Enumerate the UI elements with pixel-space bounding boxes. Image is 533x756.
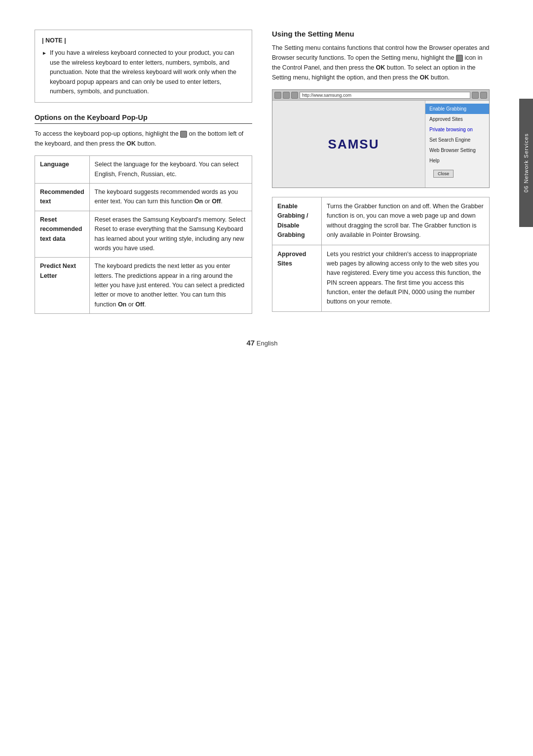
row-description: The keyboard predicts the next letter as… [89,258,252,314]
menu-item-web-browser-setting[interactable]: Web Browser Setting [425,145,489,155]
browser-action-btn [472,92,479,99]
browser-nav-btn [291,92,298,99]
two-col-layout: | NOTE | ► If you have a wireless keyboa… [35,30,490,314]
page-language-text: English [257,340,278,347]
row-description: Lets you restrict your children's access… [322,245,490,311]
row-description: The keyboard suggests recommended words … [89,184,252,211]
left-column: | NOTE | ► If you have a wireless keyboa… [35,30,252,314]
table-row: EnableGrabbing /DisableGrabbing Turns th… [272,197,490,245]
bullet-arrow: ► [42,49,47,96]
page-container: 06 Network Services | NOTE | ► If you ha… [0,0,533,756]
table-row: Recommendedtext The keyboard suggests re… [35,184,252,211]
side-tab-text: 06 Network Services [523,133,529,192]
keyboard-section-heading: Options on the Keyboard Pop-Up [35,113,252,124]
row-label: Resetrecommendedtext data [35,211,90,258]
row-description: Select the language for the keyboard. Yo… [89,156,252,184]
setting-options-table: EnableGrabbing /DisableGrabbing Turns th… [272,197,490,312]
table-row: ApprovedSites Lets you restrict your chi… [272,245,490,311]
note-text: If you have a wireless keyboard connecte… [50,48,245,96]
row-label: Predict NextLetter [35,258,90,314]
menu-item-approved-sites[interactable]: Approved Sites [425,114,489,124]
table-row: Predict NextLetter The keyboard predicts… [35,258,252,314]
browser-toolbar: http://www.samsung.com [272,90,489,101]
browser-nav-btn [283,92,290,99]
page-number: 47 [247,339,255,347]
row-description: Reset erases the Samsung Keyboard's memo… [89,211,252,258]
main-content: | NOTE | ► If you have a wireless keyboa… [0,0,519,756]
setting-menu-heading: Using the Setting Menu [272,30,490,38]
note-box: | NOTE | ► If you have a wireless keyboa… [35,30,252,103]
browser-body: SAMSU Enable Grabbing Approved Sites Pri… [272,101,489,188]
note-title: | NOTE | [42,36,245,45]
row-label: EnableGrabbing /DisableGrabbing [272,197,322,245]
side-tab: 06 Network Services [519,99,533,227]
table-row: Language Select the language for the key… [35,156,252,184]
right-column: Using the Setting Menu The Setting menu … [272,30,490,314]
setting-intro-text: The Setting menu contains functions that… [272,43,490,82]
note-bullet: ► If you have a wireless keyboard connec… [42,48,245,96]
row-label: ApprovedSites [272,245,322,311]
menu-item-enable-grabbing[interactable]: Enable Grabbing [425,104,489,114]
keyboard-icon [180,131,187,138]
row-description: Turns the Grabber function on and off. W… [322,197,490,245]
table-row: Resetrecommendedtext data Reset erases t… [35,211,252,258]
browser-close-button[interactable]: Close [433,170,454,178]
keyboard-intro-text: To access the keyboard pop-up options, h… [35,129,252,149]
browser-mockup: http://www.samsung.com SAMSU Enable Grab… [272,89,490,188]
page-footer: 47 English [35,329,490,357]
browser-dropdown-menu: Enable Grabbing Approved Sites Private b… [425,101,489,188]
browser-address-bar: http://www.samsung.com [300,92,470,99]
row-label: Language [35,156,90,184]
menu-item-set-search-engine[interactable]: Set Search Engine [425,135,489,145]
row-label: Recommendedtext [35,184,90,211]
keyboard-options-table: Language Select the language for the key… [35,155,252,314]
setting-icon [456,55,463,62]
menu-item-private-browsing[interactable]: Private browsing on [425,124,489,135]
menu-item-help[interactable]: Help [425,155,489,166]
browser-nav-btn [274,92,281,99]
browser-brand: SAMSU [272,101,425,188]
browser-action-btn [480,92,487,99]
